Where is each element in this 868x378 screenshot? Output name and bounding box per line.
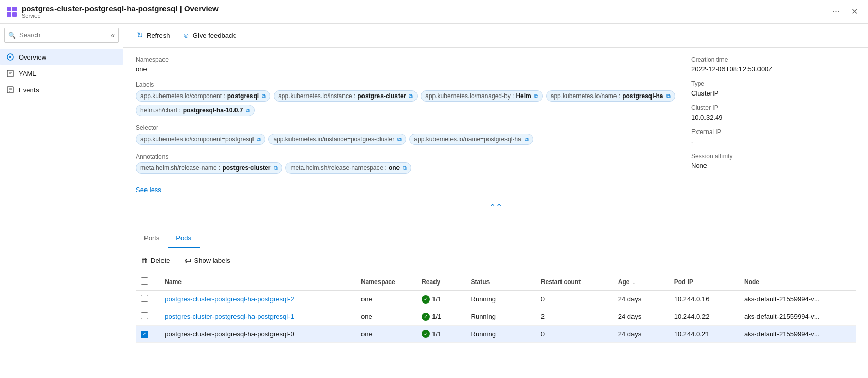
row-1-status-icon: ✓ [422,295,430,304]
row-3-namespace-cell: one [356,326,417,343]
tab-pods[interactable]: Pods [168,229,200,248]
events-icon [6,86,14,94]
row-2-status-icon: ✓ [422,313,430,321]
copy-icon-ann-1[interactable]: ⧉ [403,165,407,172]
row-1-age-cell: 24 days [613,291,669,308]
col-header-checkbox [136,273,159,291]
collapse-button[interactable]: ⌃⌃ [489,202,502,212]
row-2-checkbox-cell [136,308,159,326]
row-1-restart-cell: 0 [536,291,613,308]
table-row: postgres-cluster-postgresql-ha-postgresq… [136,308,856,326]
sidebar-item-events[interactable]: Events [0,82,123,98]
session-affinity-field: Session affinity None [691,153,856,169]
svg-rect-2 [7,12,11,17]
selector-label: Selector [136,124,679,131]
row-3-name-cell: postgres-cluster-postgresql-ha-postgresq… [159,326,356,343]
content-area: ↻ Refresh ☺ Give feedback Namespace [123,24,868,378]
row-3-age-cell: 24 days [613,326,669,343]
refresh-icon: ↻ [137,31,143,40]
tabs-bar: Ports Pods [136,229,856,248]
row-1-checkbox[interactable] [141,295,148,302]
tab-ports[interactable]: Ports [136,229,168,248]
row-3-restart-cell: 0 [536,326,613,343]
row-3-checkbox-cell: ✓ [136,326,159,343]
col-header-node: Node [739,273,856,291]
labels-label: Labels [136,81,679,88]
row-1-ip-cell: 10.244.0.16 [669,291,739,308]
row-1-status-cell: Running [466,291,536,308]
cluster-ip-field: Cluster IP 10.0.32.49 [691,104,856,121]
row-2-ip-cell: 10.244.0.22 [669,308,739,326]
copy-icon-sel-1[interactable]: ⧉ [397,136,402,143]
row-3-ready-cell: ✓ 1/1 [417,326,465,343]
label-chip-0: app.kubernetes.io/component : postgresql… [136,90,270,102]
copy-icon-0[interactable]: ⧉ [262,93,266,100]
tabs-section: Ports Pods [123,229,868,248]
see-less-link[interactable]: See less [136,186,161,194]
overview-left: Namespace one Labels app.kubernetes.io/c… [136,56,679,194]
search-icon: 🔍 [8,32,16,39]
session-affinity-value: None [691,162,856,169]
age-sort-icon: ↓ [632,279,635,285]
selector-chip-0: app.kubernetes.io/component=postgresql ⧉ [136,134,265,145]
show-labels-button[interactable]: 🏷 Show labels [179,254,236,267]
row-3-node-cell: aks-default-21559994-v... [739,326,856,343]
search-input[interactable] [4,28,119,43]
copy-icon-ann-0[interactable]: ⧉ [274,165,278,172]
type-value: ClusterIP [691,89,856,97]
refresh-button[interactable]: ↻ Refresh [132,28,175,43]
page-subtitle: Service [22,13,219,19]
delete-button[interactable]: 🗑 Delete [136,254,175,267]
row-3-checkbox[interactable]: ✓ [141,331,148,338]
row-2-name-link[interactable]: postgres-cluster-postgresql-ha-postgresq… [165,313,294,320]
creation-time-label: Creation time [691,56,856,63]
sidebar: 🔍 « Overview [0,24,123,378]
col-header-namespace: Namespace [356,273,417,291]
col-header-status: Status [466,273,536,291]
copy-icon-3[interactable]: ⧉ [666,93,671,100]
delete-label: Delete [151,257,170,264]
more-options-button[interactable]: ··· [829,5,843,18]
row-3-ip-cell: 10.244.0.21 [669,326,739,343]
external-ip-field: External IP - [691,128,856,145]
col-header-pod-ip: Pod IP [669,273,739,291]
sidebar-collapse-button[interactable]: « [111,31,115,40]
svg-rect-6 [7,70,13,77]
title-bar: postgres-cluster-postgresql-ha-postgresq… [0,0,868,24]
close-button[interactable]: ✕ [847,5,862,18]
namespace-value: one [136,65,679,73]
row-2-checkbox[interactable] [141,312,148,319]
table-actions: 🗑 Delete 🏷 Show labels [136,254,856,267]
col-header-age[interactable]: Age ↓ [613,273,669,291]
labels-container: app.kubernetes.io/component : postgresql… [136,90,679,116]
labels-field: Labels app.kubernetes.io/component : pos… [136,81,679,116]
row-1-name-link[interactable]: postgres-cluster-postgresql-ha-postgresq… [165,295,294,303]
feedback-button[interactable]: ☺ Give feedback [177,28,241,43]
row-2-ready-value: 1/1 [432,313,441,320]
label-chip-1: app.kubernetes.io/instance : postgres-cl… [274,90,418,102]
svg-rect-3 [12,12,17,17]
feedback-label: Give feedback [193,32,236,40]
copy-icon-1[interactable]: ⧉ [409,93,413,100]
row-2-restart-cell: 2 [536,308,613,326]
cluster-ip-label: Cluster IP [691,104,856,111]
row-2-status-cell: Running [466,308,536,326]
col-header-ready: Ready [417,273,465,291]
copy-icon-sel-0[interactable]: ⧉ [257,136,261,143]
copy-icon-2[interactable]: ⧉ [534,93,538,100]
copy-icon-sel-2[interactable]: ⧉ [525,136,529,143]
feedback-icon: ☺ [183,31,190,40]
table-row: ✓ postgres-cluster-postgresql-ha-postgre… [136,326,856,343]
copy-icon-4[interactable]: ⧉ [246,107,250,114]
pods-table: Name Namespace Ready Status Restart coun… [136,273,856,343]
annotations-field: Annotations meta.helm.sh/release-name : … [136,153,679,174]
show-labels-icon: 🏷 [185,257,191,264]
type-label: Type [691,80,856,87]
row-2-node-cell: aks-default-21559994-v... [739,308,856,326]
annotation-chip-1: meta.helm.sh/release-namespace : one ⧉ [285,162,411,174]
svg-point-5 [9,56,11,58]
search-box: 🔍 « [4,28,119,43]
sidebar-item-yaml[interactable]: YAML [0,65,123,82]
sidebar-item-overview[interactable]: Overview [0,49,123,65]
select-all-checkbox[interactable] [141,277,148,285]
